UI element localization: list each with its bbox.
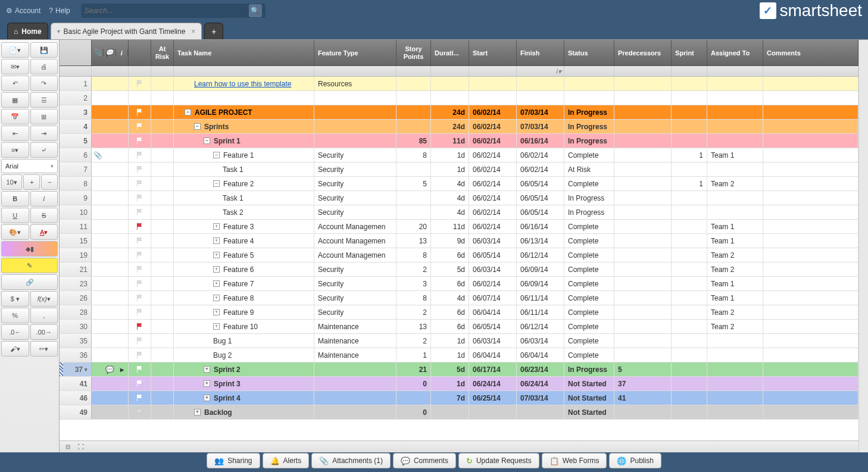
table-row[interactable]: 26 +Feature 8 Security 8 4d 06/07/14 06/… — [60, 291, 858, 305]
task-cell[interactable]: Task 2 — [174, 205, 314, 219]
finish-cell[interactable]: 06/02/14 — [517, 148, 564, 162]
story-points-cell[interactable]: 8 — [396, 291, 431, 305]
save-button[interactable]: 💾 — [30, 42, 58, 58]
comments-cell[interactable] — [763, 405, 858, 419]
start-cell[interactable]: 06/02/14 — [469, 205, 517, 219]
feature-type-cell[interactable]: Maintenance — [314, 348, 396, 362]
feature-type-cell[interactable] — [314, 391, 396, 405]
header-flag[interactable] — [129, 40, 151, 65]
table-row[interactable]: 23 +Feature 7 Security 3 6d 06/02/14 06/… — [60, 277, 858, 291]
task-cell[interactable]: −Feature 2 — [174, 177, 314, 190]
predecessors-cell[interactable] — [614, 91, 672, 105]
start-cell[interactable]: 06/02/14 — [469, 277, 517, 290]
percent-button[interactable]: % — [1, 308, 29, 323]
assigned-cell[interactable] — [707, 334, 763, 348]
expand-toggle[interactable]: + — [213, 237, 220, 244]
at-risk-cell[interactable] — [151, 91, 174, 105]
story-points-cell[interactable]: 0 — [396, 405, 431, 419]
story-points-cell[interactable]: 13 — [396, 234, 431, 248]
status-cell[interactable]: Complete — [564, 248, 614, 262]
assigned-cell[interactable] — [707, 191, 763, 205]
duration-cell[interactable]: 11d — [431, 134, 469, 148]
status-cell[interactable] — [564, 91, 614, 105]
flag-cell[interactable] — [129, 148, 151, 162]
finish-cell[interactable] — [517, 77, 564, 90]
flag-cell[interactable] — [129, 77, 151, 90]
task-cell[interactable]: +Feature 8 — [174, 291, 314, 305]
at-risk-cell[interactable] — [151, 334, 174, 348]
align-left-button[interactable]: ≡▾ — [1, 142, 29, 158]
finish-cell[interactable]: 06/16/14 — [517, 220, 564, 233]
story-points-cell[interactable] — [396, 91, 431, 105]
status-cell[interactable]: Complete — [564, 334, 614, 348]
comments-cell[interactable] — [763, 205, 858, 219]
status-cell[interactable]: In Progress — [564, 205, 614, 219]
predecessors-cell[interactable] — [614, 262, 672, 276]
row-number[interactable]: 41 — [60, 377, 92, 390]
predecessors-cell[interactable] — [614, 134, 672, 148]
tab-sheet[interactable]: ▾ Basic Agile Project with Gantt Timelin… — [51, 23, 202, 39]
at-risk-cell[interactable] — [151, 391, 174, 405]
header-task[interactable]: Task Name — [174, 40, 314, 65]
duration-cell[interactable]: 4d — [431, 291, 469, 305]
row-number[interactable]: 21 — [60, 262, 92, 276]
status-cell[interactable]: Not Started — [564, 405, 614, 419]
help-link[interactable]: ? Help — [49, 7, 70, 15]
decimal-decrease-button[interactable]: .0← — [1, 324, 29, 340]
sprint-cell[interactable] — [672, 262, 707, 276]
row-number[interactable]: 46 — [60, 391, 92, 405]
assigned-cell[interactable] — [707, 120, 763, 133]
story-points-cell[interactable] — [396, 391, 431, 405]
row-number[interactable]: 2 — [60, 91, 92, 105]
table-row[interactable]: 46 +Sprint 4 7d 06/25/14 07/03/14 Not St… — [60, 391, 858, 405]
task-cell[interactable]: +Feature 9 — [174, 305, 314, 319]
header-assigned[interactable]: Assigned To — [707, 40, 763, 65]
row-number[interactable]: 5 — [60, 134, 92, 148]
table-row[interactable]: 19 +Feature 5 Account Managemen 8 6d 06/… — [60, 248, 858, 262]
assigned-cell[interactable] — [707, 391, 763, 405]
assigned-cell[interactable]: Team 2 — [707, 248, 763, 262]
italic-button[interactable]: I — [30, 191, 58, 207]
flag-cell[interactable] — [129, 277, 151, 290]
predecessors-cell[interactable] — [614, 277, 672, 290]
table-row[interactable]: 5 −Sprint 1 85 11d 06/02/14 06/16/14 In … — [60, 134, 858, 148]
status-cell[interactable]: Complete — [564, 277, 614, 290]
start-cell[interactable]: 06/03/14 — [469, 262, 517, 276]
header-status[interactable]: Status — [564, 40, 614, 65]
start-cell[interactable]: 06/24/14 — [469, 377, 517, 390]
feature-type-cell[interactable]: Account Managemen — [314, 248, 396, 262]
comments-cell[interactable] — [763, 391, 858, 405]
row-number[interactable]: 23 — [60, 277, 92, 290]
story-points-cell[interactable]: 3 — [396, 277, 431, 290]
comments-cell[interactable] — [763, 234, 858, 248]
flag-cell[interactable] — [129, 105, 151, 119]
predecessors-cell[interactable] — [614, 205, 672, 219]
font-selector[interactable]: Arial▾ — [1, 159, 58, 173]
status-cell[interactable]: In Progress — [564, 191, 614, 205]
flag-cell[interactable] — [129, 291, 151, 305]
status-cell[interactable]: Complete — [564, 305, 614, 319]
flag-cell[interactable] — [129, 162, 151, 176]
comments-cell[interactable] — [763, 334, 858, 348]
table-row[interactable]: 3 −AGILE PROJECT 24d 06/02/14 07/03/14 I… — [60, 105, 858, 120]
comments-cell[interactable] — [763, 134, 858, 148]
story-points-cell[interactable] — [396, 120, 431, 133]
sprint-cell[interactable]: 1 — [672, 177, 707, 190]
task-cell[interactable]: +Feature 6 — [174, 262, 314, 276]
comments-cell[interactable] — [763, 277, 858, 290]
attachments-button[interactable]: 📎Attachments (1) — [311, 453, 391, 468]
finish-cell[interactable]: 07/03/14 — [517, 105, 564, 119]
feature-type-cell[interactable] — [314, 405, 396, 419]
comments-cell[interactable] — [763, 105, 858, 119]
status-cell[interactable]: Complete — [564, 320, 614, 333]
sprint-cell[interactable] — [672, 205, 707, 219]
predecessors-cell[interactable] — [614, 148, 672, 162]
status-cell[interactable]: Complete — [564, 177, 614, 190]
formula-button[interactable]: f(x)▾ — [30, 291, 58, 307]
font-decrease-button[interactable]: − — [41, 174, 58, 190]
table-row[interactable]: 21 +Feature 6 Security 2 5d 06/03/14 06/… — [60, 262, 858, 277]
status-cell[interactable]: Complete — [564, 220, 614, 233]
task-cell[interactable]: +Sprint 4 — [174, 391, 314, 405]
header-predecessors[interactable]: Predecessors — [614, 40, 672, 65]
task-cell[interactable] — [174, 91, 314, 105]
